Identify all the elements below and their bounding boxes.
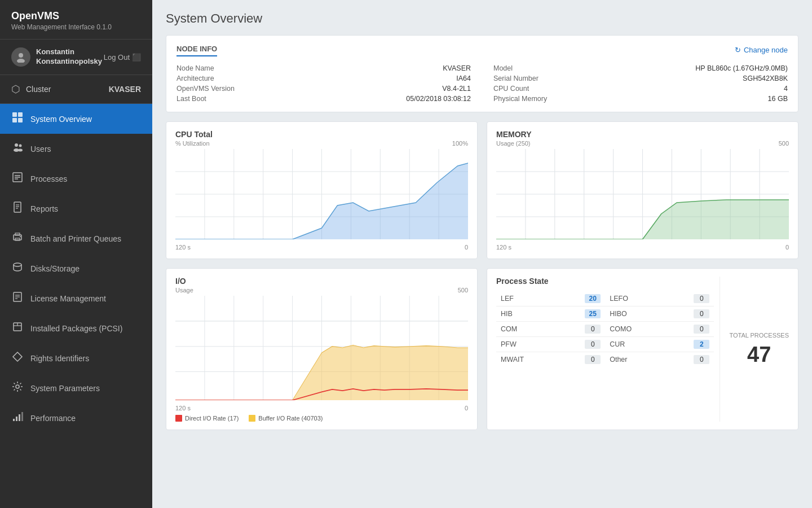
io-chart-card: I/O Usage 500 [166,268,478,430]
node-info-left: Node NameKVASERArchitectureIA64OpenVMS V… [176,63,471,104]
cluster-section: ⬡ Cluster KVASER [0,75,152,104]
cluster-value: KVASER [109,85,141,94]
node-info-row: CPU Count4 [493,84,788,94]
app-header: OpenVMS Web Management Interface 0.1.0 [0,0,152,40]
sidebar: OpenVMS Web Management Interface 0.1.0 K… [0,0,152,508]
io-chart-legend: Direct I/O Rate (17) Buffer I/O Rate (40… [175,415,468,422]
sidebar-item-processes[interactable]: Processes [0,164,152,194]
nav-label-processes: Processes [30,174,67,183]
io-chart-max: 500 [458,287,468,294]
nav-icon-installed-packages [11,321,24,335]
nav-icon-rights-identifiers [11,351,24,365]
svg-point-6 [15,143,18,147]
cpu-chart-sub: % Utilization [175,140,210,147]
nav-label-license-mgmt: License Management [30,294,106,303]
cpu-chart-max: 100% [452,140,468,147]
nav-items: System OverviewUsersProcessesReportsBatc… [0,104,152,508]
user-section: KonstantinKonstantinopolsky Log Out ⬛ [0,40,152,75]
node-info-right: ModelHP BL860c (1.67GHz/9.0MB)Serial Num… [493,63,788,104]
cluster-icon: ⬡ [11,83,20,95]
bottom-row: I/O Usage 500 [166,268,798,430]
nav-label-system-parameters: System Parameters [30,384,100,393]
logout-icon: ⬛ [132,53,141,62]
nav-icon-system-parameters [11,381,24,395]
node-info-row: Physical Memory16 GB [493,94,788,104]
cpu-chart-svg [175,149,468,239]
process-state-row: HIBO0 [605,306,714,322]
legend-buffer-label: Buffer I/O Rate (40703) [258,415,323,422]
svg-rect-34 [19,414,20,421]
process-state-row: Other0 [605,352,714,367]
svg-rect-3 [18,112,23,117]
nav-label-system-overview: System Overview [30,115,92,124]
sidebar-item-performance[interactable]: Performance [0,403,152,433]
io-chart-title: I/O [175,277,468,286]
cpu-chart-card: CPU Total % Utilization 100% [166,121,478,259]
nav-icon-processes [11,172,24,186]
avatar [11,47,30,67]
total-processes-count: 47 [747,343,771,367]
node-info-row: ArchitectureIA64 [176,73,471,84]
top-charts-row: CPU Total % Utilization 100% [166,121,798,259]
sidebar-item-system-parameters[interactable]: System Parameters [0,373,152,403]
process-state-card: Process State LEF20HIB25COM0PFW0MWAIT0 L… [487,268,798,430]
nav-icon-batch-printer [11,231,24,246]
legend-buffer-color [249,415,255,422]
io-time-end: 0 [465,405,468,411]
memory-chart-svg [496,149,789,239]
memory-chart-title: MEMORY [496,130,789,139]
nav-icon-performance [11,411,24,425]
nav-label-batch-printer: Batch and Printer Queues [30,234,121,243]
process-state-row: PFW0 [496,337,605,352]
process-state-row: COMO0 [605,322,714,337]
sidebar-item-users[interactable]: Users [0,134,152,164]
nav-label-performance: Performance [30,414,76,423]
node-info-row: Serial NumberSGH542XB8K [493,73,788,84]
legend-direct-label: Direct I/O Rate (17) [185,415,239,422]
logout-button[interactable]: Log Out ⬛ [104,53,141,62]
legend-direct-color [175,415,182,422]
svg-rect-14 [14,202,21,212]
page-title: System Overview [166,11,798,26]
node-info-grid: Node NameKVASERArchitectureIA64OpenVMS V… [176,63,788,104]
sidebar-item-rights-identifiers[interactable]: Rights Identifiers [0,343,152,373]
io-chart-svg [175,296,468,400]
nav-icon-system-overview [11,112,24,126]
nav-icon-users [11,142,24,156]
legend-direct-io: Direct I/O Rate (17) [175,415,239,422]
sidebar-item-reports[interactable]: Reports [0,194,152,224]
sidebar-item-license-mgmt[interactable]: License Management [0,283,152,313]
memory-chart-sub: Usage (250) [496,140,531,147]
svg-marker-30 [13,352,22,361]
memory-time-end: 0 [785,244,789,251]
nav-icon-license-mgmt [11,291,24,305]
refresh-icon: ↻ [735,46,741,54]
ps-col-left: LEF20HIB25COM0PFW0MWAIT0 [496,291,605,367]
svg-rect-5 [18,118,23,122]
change-node-button[interactable]: ↻ Change node [735,46,788,54]
legend-buffer-io: Buffer I/O Rate (40703) [249,415,323,422]
process-state-title: Process State [496,277,714,286]
nav-label-reports: Reports [30,204,58,213]
process-state-grid: LEF20HIB25COM0PFW0MWAIT0 LEFO0HIBO0COMO0… [496,291,714,367]
process-state-row: CUR2 [605,337,714,352]
memory-chart-card: MEMORY Usage (250) 500 [487,121,798,259]
cpu-time-start: 120 s [175,244,191,251]
sidebar-item-system-overview[interactable]: System Overview [0,104,152,134]
process-state-row: LEFO0 [605,291,714,306]
cluster-label: Cluster [26,85,51,94]
sidebar-item-batch-printer[interactable]: Batch and Printer Queues [0,224,152,253]
process-state-row: MWAIT0 [496,352,605,367]
svg-rect-32 [13,419,15,421]
nav-label-installed-packages: Installed Packages (PCSI) [30,324,122,333]
total-processes: TOTAL PROCESSES 47 [720,277,789,422]
io-chart-sub: Usage [175,287,193,294]
svg-point-9 [18,149,23,152]
user-name: KonstantinKonstantinopolsky [36,47,102,67]
total-processes-label: TOTAL PROCESSES [729,331,789,339]
sidebar-item-disks-storage[interactable]: Disks/Storage [0,253,152,283]
cpu-chart-title: CPU Total [175,130,468,139]
sidebar-item-installed-packages[interactable]: Installed Packages (PCSI) [0,313,152,343]
process-state-row: LEF20 [496,291,605,306]
svg-point-21 [20,236,21,237]
